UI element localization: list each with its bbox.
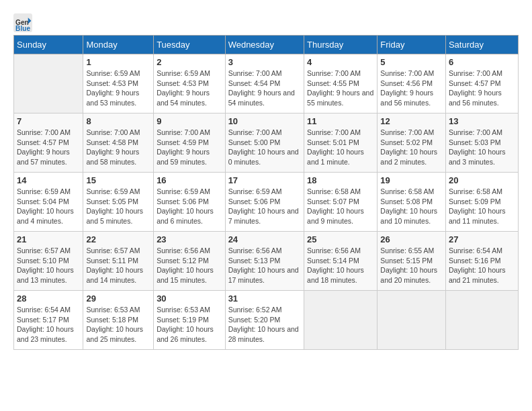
calendar-cell: 24Sunrise: 6:56 AMSunset: 5:13 PMDayligh…	[225, 232, 304, 291]
calendar-cell: 11Sunrise: 7:00 AMSunset: 5:01 PMDayligh…	[304, 113, 378, 173]
day-info: Sunrise: 6:55 AMSunset: 5:15 PMDaylight:…	[380, 246, 443, 285]
weekday-header: Friday	[378, 36, 446, 54]
calendar-cell: 23Sunrise: 6:56 AMSunset: 5:12 PMDayligh…	[154, 232, 226, 291]
calendar-cell: 9Sunrise: 7:00 AMSunset: 4:59 PMDaylight…	[154, 113, 226, 173]
day-info: Sunrise: 6:59 AMSunset: 4:53 PMDaylight:…	[157, 68, 222, 108]
day-number: 29	[86, 293, 150, 304]
calendar-cell	[445, 291, 518, 350]
day-number: 3	[228, 57, 301, 67]
day-number: 15	[86, 175, 150, 185]
day-number: 22	[86, 234, 150, 244]
day-info: Sunrise: 6:58 AMSunset: 5:09 PMDaylight:…	[449, 187, 515, 226]
day-info: Sunrise: 6:59 AMSunset: 4:53 PMDaylight:…	[86, 68, 150, 108]
calendar-cell: 10Sunrise: 7:00 AMSunset: 5:00 PMDayligh…	[225, 113, 304, 173]
day-info: Sunrise: 7:00 AMSunset: 5:00 PMDaylight:…	[228, 128, 301, 167]
calendar-cell: 22Sunrise: 6:57 AMSunset: 5:11 PMDayligh…	[83, 232, 154, 291]
day-number: 17	[228, 175, 301, 185]
calendar-cell: 14Sunrise: 6:59 AMSunset: 5:04 PMDayligh…	[14, 173, 83, 232]
day-info: Sunrise: 7:00 AMSunset: 5:01 PMDaylight:…	[307, 128, 374, 167]
day-info: Sunrise: 6:59 AMSunset: 5:06 PMDaylight:…	[157, 187, 222, 226]
day-info: Sunrise: 7:00 AMSunset: 4:58 PMDaylight:…	[86, 128, 150, 167]
day-info: Sunrise: 7:00 AMSunset: 4:56 PMDaylight:…	[380, 68, 443, 108]
weekday-header: Thursday	[304, 36, 378, 54]
calendar-cell: 6Sunrise: 7:00 AMSunset: 4:57 PMDaylight…	[445, 54, 518, 113]
weekday-header: Monday	[83, 36, 154, 54]
calendar-cell: 4Sunrise: 7:00 AMSunset: 4:55 PMDaylight…	[304, 54, 378, 113]
day-info: Sunrise: 6:56 AMSunset: 5:13 PMDaylight:…	[228, 246, 301, 285]
svg-text:Blue: Blue	[15, 25, 30, 32]
calendar-cell: 26Sunrise: 6:55 AMSunset: 5:15 PMDayligh…	[378, 232, 446, 291]
day-info: Sunrise: 7:00 AMSunset: 4:59 PMDaylight:…	[157, 128, 222, 167]
day-info: Sunrise: 6:59 AMSunset: 5:06 PMDaylight:…	[228, 187, 301, 226]
day-number: 26	[380, 234, 443, 244]
day-number: 11	[307, 116, 374, 126]
day-number: 7	[17, 116, 80, 126]
calendar-cell: 13Sunrise: 7:00 AMSunset: 5:03 PMDayligh…	[445, 113, 518, 173]
calendar-cell: 31Sunrise: 6:52 AMSunset: 5:20 PMDayligh…	[225, 291, 304, 350]
day-info: Sunrise: 6:54 AMSunset: 5:16 PMDaylight:…	[449, 246, 515, 285]
day-info: Sunrise: 7:00 AMSunset: 5:03 PMDaylight:…	[449, 128, 515, 167]
day-number: 14	[17, 175, 80, 185]
day-number: 19	[380, 175, 443, 185]
day-number: 28	[17, 293, 80, 304]
weekday-header: Wednesday	[225, 36, 304, 54]
day-info: Sunrise: 6:58 AMSunset: 5:08 PMDaylight:…	[380, 187, 443, 226]
calendar-cell	[304, 291, 378, 350]
calendar-cell: 12Sunrise: 7:00 AMSunset: 5:02 PMDayligh…	[378, 113, 446, 173]
day-number: 30	[157, 293, 222, 304]
day-number: 4	[307, 57, 374, 67]
calendar-cell: 27Sunrise: 6:54 AMSunset: 5:16 PMDayligh…	[445, 232, 518, 291]
calendar-table: SundayMondayTuesdayWednesdayThursdayFrid…	[13, 35, 519, 350]
calendar-cell: 16Sunrise: 6:59 AMSunset: 5:06 PMDayligh…	[154, 173, 226, 232]
calendar-cell: 5Sunrise: 7:00 AMSunset: 4:56 PMDaylight…	[378, 54, 446, 113]
calendar-cell: 29Sunrise: 6:53 AMSunset: 5:18 PMDayligh…	[83, 291, 154, 350]
day-info: Sunrise: 6:59 AMSunset: 5:04 PMDaylight:…	[17, 187, 80, 226]
day-number: 25	[307, 234, 374, 244]
day-number: 23	[157, 234, 222, 244]
day-info: Sunrise: 6:56 AMSunset: 5:14 PMDaylight:…	[307, 246, 374, 285]
day-info: Sunrise: 6:57 AMSunset: 5:11 PMDaylight:…	[86, 246, 150, 285]
day-number: 20	[449, 175, 515, 185]
day-number: 10	[228, 116, 301, 126]
calendar-cell: 30Sunrise: 6:53 AMSunset: 5:19 PMDayligh…	[154, 291, 226, 350]
day-number: 27	[449, 234, 515, 244]
calendar-cell: 2Sunrise: 6:59 AMSunset: 4:53 PMDaylight…	[154, 54, 226, 113]
day-number: 21	[17, 234, 80, 244]
weekday-header: Sunday	[14, 36, 83, 54]
day-number: 2	[157, 57, 222, 67]
day-number: 6	[449, 57, 515, 67]
day-info: Sunrise: 6:58 AMSunset: 5:07 PMDaylight:…	[307, 187, 374, 226]
calendar-cell	[14, 54, 83, 113]
day-info: Sunrise: 7:00 AMSunset: 4:55 PMDaylight:…	[307, 68, 374, 108]
calendar-cell: 20Sunrise: 6:58 AMSunset: 5:09 PMDayligh…	[445, 173, 518, 232]
day-info: Sunrise: 6:56 AMSunset: 5:12 PMDaylight:…	[157, 246, 222, 285]
calendar-cell: 19Sunrise: 6:58 AMSunset: 5:08 PMDayligh…	[378, 173, 446, 232]
day-info: Sunrise: 7:00 AMSunset: 5:02 PMDaylight:…	[380, 128, 443, 167]
calendar-cell: 18Sunrise: 6:58 AMSunset: 5:07 PMDayligh…	[304, 173, 378, 232]
calendar-cell: 28Sunrise: 6:54 AMSunset: 5:17 PMDayligh…	[14, 291, 83, 350]
weekday-header: Tuesday	[154, 36, 226, 54]
day-number: 1	[86, 57, 150, 67]
logo: Gen Blue	[13, 13, 35, 32]
calendar-cell: 8Sunrise: 7:00 AMSunset: 4:58 PMDaylight…	[83, 113, 154, 173]
calendar-cell: 17Sunrise: 6:59 AMSunset: 5:06 PMDayligh…	[225, 173, 304, 232]
day-number: 13	[449, 116, 515, 126]
day-number: 31	[228, 293, 301, 304]
day-number: 24	[228, 234, 301, 244]
calendar-cell	[378, 291, 446, 350]
calendar-cell: 15Sunrise: 6:59 AMSunset: 5:05 PMDayligh…	[83, 173, 154, 232]
day-info: Sunrise: 7:00 AMSunset: 4:57 PMDaylight:…	[449, 68, 515, 108]
day-info: Sunrise: 6:52 AMSunset: 5:20 PMDaylight:…	[228, 305, 301, 345]
calendar-cell: 25Sunrise: 6:56 AMSunset: 5:14 PMDayligh…	[304, 232, 378, 291]
day-info: Sunrise: 6:59 AMSunset: 5:05 PMDaylight:…	[86, 187, 150, 226]
calendar-cell: 7Sunrise: 7:00 AMSunset: 4:57 PMDaylight…	[14, 113, 83, 173]
calendar-cell: 21Sunrise: 6:57 AMSunset: 5:10 PMDayligh…	[14, 232, 83, 291]
day-info: Sunrise: 6:54 AMSunset: 5:17 PMDaylight:…	[17, 305, 80, 345]
day-number: 5	[380, 57, 443, 67]
day-number: 9	[157, 116, 222, 126]
day-info: Sunrise: 7:00 AMSunset: 4:54 PMDaylight:…	[228, 68, 301, 108]
day-number: 8	[86, 116, 150, 126]
day-info: Sunrise: 6:57 AMSunset: 5:10 PMDaylight:…	[17, 246, 80, 285]
logo-icon: Gen Blue	[13, 13, 32, 32]
day-info: Sunrise: 7:00 AMSunset: 4:57 PMDaylight:…	[17, 128, 80, 167]
